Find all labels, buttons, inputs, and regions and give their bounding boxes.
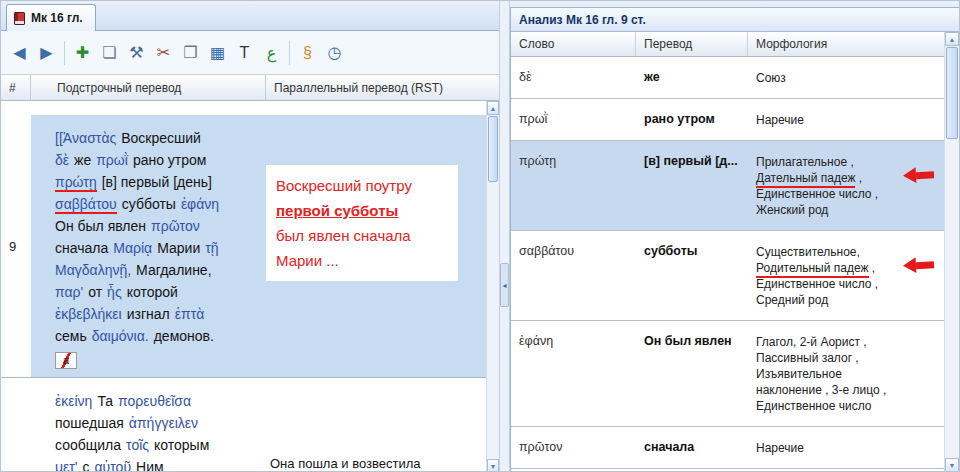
russian-word[interactable]: Ним	[136, 459, 164, 472]
greek-word[interactable]: [[Ἀναστὰς	[55, 130, 116, 146]
verse-row[interactable]: 9[[ἈναστὰςВоскресшийδὲжеπρωῒрано утромπρ…	[1, 115, 486, 378]
greek-word[interactable]: μετ'	[55, 459, 78, 472]
russian-word[interactable]: которым	[154, 437, 209, 453]
russian-word[interactable]: Та	[97, 393, 113, 409]
parallel-line: Воскресший поутру	[276, 173, 448, 198]
analysis-row[interactable]: ἐφάνηОн был явленГлагол, 2-й Аорист ,Пас…	[511, 321, 944, 427]
greek-word[interactable]: Μαγδαληνῇ,	[55, 262, 131, 278]
greek-word[interactable]: πορευθεῖσα	[118, 393, 191, 409]
analysis-row[interactable]: σαββάτουсубботыСуществительное,Родительн…	[511, 231, 944, 321]
greek-word[interactable]: τῇ	[205, 240, 218, 256]
greek-word[interactable]: δαιμόνια.	[92, 328, 149, 344]
arabic-text-icon[interactable]: ع	[258, 38, 285, 68]
text-format-icon[interactable]: T	[231, 38, 258, 68]
greek-word[interactable]: πρωῒ	[96, 152, 128, 168]
column-header-parallel[interactable]: Параллельный перевод (RST)	[266, 75, 499, 100]
morphology-line: Единственное число ,	[756, 186, 904, 202]
scroll-down-icon[interactable]: ▼	[487, 459, 499, 472]
analysis-translation: же	[636, 70, 748, 86]
greek-word[interactable]: πρῶτον	[151, 218, 200, 234]
new-document-icon[interactable]: ❏	[96, 38, 123, 68]
russian-word[interactable]: [в] первый [день]	[102, 174, 212, 190]
russian-word[interactable]: сообщила	[55, 437, 121, 453]
russian-word[interactable]: изгнал	[127, 306, 170, 322]
russian-word[interactable]: Марии	[157, 240, 200, 256]
interlinear-line: сначалаΜαρίᾳМарииτῇ	[55, 237, 262, 259]
analysis-morphology: Глагол, 2-й Аорист ,Пассивный залог ,Изъ…	[748, 334, 944, 414]
verse-number	[1, 378, 31, 472]
column-header-interlinear[interactable]: Подстрочный перевод	[31, 75, 266, 100]
russian-word[interactable]: сначала	[55, 240, 108, 256]
russian-word[interactable]: субботы	[122, 196, 176, 212]
russian-word[interactable]: пошедшая	[55, 415, 124, 431]
greek-word[interactable]: ἐκείνη	[55, 393, 92, 409]
analysis-translation: Он был явлен	[636, 334, 748, 414]
edit-icon[interactable]: а	[55, 352, 77, 369]
analysis-panel: Анализ Мк 16 гл. 9 ст. Слово Перевод Мор…	[510, 7, 960, 472]
russian-word[interactable]: рано утром	[133, 152, 207, 168]
analysis-row[interactable]: δὲжеСоюз	[511, 57, 944, 99]
parallel-cell: Воскресший поутрупервой субботыбыл явлен…	[266, 115, 486, 377]
greek-word[interactable]: ἐκβεβλήκει	[55, 306, 122, 322]
analysis-translation: субботы	[636, 244, 748, 308]
goto-verse-icon[interactable]: ✚	[69, 38, 96, 68]
greek-word[interactable]: παρ'	[55, 284, 83, 300]
morphology-line: Существительное,	[756, 244, 904, 260]
greek-word[interactable]: ἐφάνη	[181, 196, 219, 212]
russian-word[interactable]: Магдалине,	[136, 262, 211, 278]
greek-word[interactable]: τοῖς	[126, 437, 149, 453]
panel-splitter[interactable]: ◂	[499, 1, 510, 472]
interlinear-line: ἐκείνηТаπορευθεῖσα	[55, 390, 262, 412]
greek-word[interactable]: σαββάτου	[55, 196, 117, 214]
greek-word[interactable]: ἀπήγγειλεν	[129, 415, 198, 431]
scroll-up-icon[interactable]: ▲	[945, 32, 959, 46]
interlinear-line: μετ'сαὐτοῦНим	[55, 456, 262, 472]
forward-icon[interactable]: ▶	[33, 38, 60, 68]
russian-word[interactable]: же	[74, 152, 91, 168]
column-header-translation[interactable]: Перевод	[636, 32, 748, 56]
scroll-icon[interactable]: §	[294, 38, 321, 68]
cut-icon[interactable]: ✂	[150, 38, 177, 68]
russian-word[interactable]: с	[83, 459, 90, 472]
analysis-morphology: Наречие	[748, 440, 944, 456]
greek-word[interactable]: ἧς	[107, 284, 122, 300]
scroll-thumb[interactable]	[488, 116, 498, 182]
left-grid-header: # Подстрочный перевод Параллельный перев…	[1, 75, 499, 101]
column-header-morphology[interactable]: Морфология	[748, 32, 959, 56]
russian-word[interactable]: Воскресший	[121, 130, 201, 146]
scroll-track[interactable]	[945, 140, 959, 458]
russian-word[interactable]: демонов.	[154, 328, 214, 344]
collapse-panel-icon[interactable]: ◂	[500, 263, 509, 307]
scroll-thumb[interactable]	[946, 47, 958, 139]
tab-label: Мк 16 гл.	[31, 11, 83, 25]
verse-row[interactable]: ἐκείνηТаπορευθεῖσαпошедшаяἀπήγγειλενсооб…	[1, 378, 486, 472]
russian-word[interactable]: семь	[55, 328, 87, 344]
greek-word[interactable]: ἑπτὰ	[175, 306, 205, 322]
scroll-down-icon[interactable]: ▼	[945, 458, 959, 472]
column-header-number[interactable]: #	[1, 75, 31, 100]
clock-icon[interactable]: ◷	[321, 38, 348, 68]
column-header-word[interactable]: Слово	[511, 32, 636, 56]
analysis-row[interactable]: πρώτῃ[в] первый [д...Прилагательное ,Дат…	[511, 141, 944, 231]
greek-word[interactable]: αὐτοῦ	[95, 459, 132, 472]
tab-mk-16[interactable]: Мк 16 гл.	[6, 4, 96, 31]
tools-icon[interactable]: ⚒	[123, 38, 150, 68]
table-icon[interactable]: ▦	[204, 38, 231, 68]
greek-word[interactable]: πρώτῃ	[55, 174, 97, 192]
scroll-up-icon[interactable]: ▲	[487, 101, 499, 115]
russian-word[interactable]: которой	[127, 284, 178, 300]
edit-document-icon[interactable]: ❐	[177, 38, 204, 68]
right-scrollbar[interactable]: ▲ ▼	[944, 32, 959, 472]
russian-word[interactable]: Он был явлен	[55, 218, 146, 234]
morphology-line: Союз	[756, 70, 904, 86]
analysis-row[interactable]: πρῶτονсначалаНаречие	[511, 427, 944, 469]
scroll-track[interactable]	[487, 183, 499, 459]
greek-word[interactable]: Μαρίᾳ	[113, 240, 152, 256]
parallel-cell: Она пошла и возвестила	[266, 378, 486, 472]
greek-word[interactable]: δὲ	[55, 152, 69, 168]
left-scrollbar[interactable]: ▲ ▼	[486, 101, 499, 472]
verse-list: 9[[ἈναστὰςВоскресшийδὲжеπρωῒрано утромπρ…	[1, 101, 486, 472]
back-icon[interactable]: ◀	[6, 38, 33, 68]
analysis-row[interactable]: πρωῒрано утромНаречие	[511, 99, 944, 141]
russian-word[interactable]: от	[88, 284, 102, 300]
